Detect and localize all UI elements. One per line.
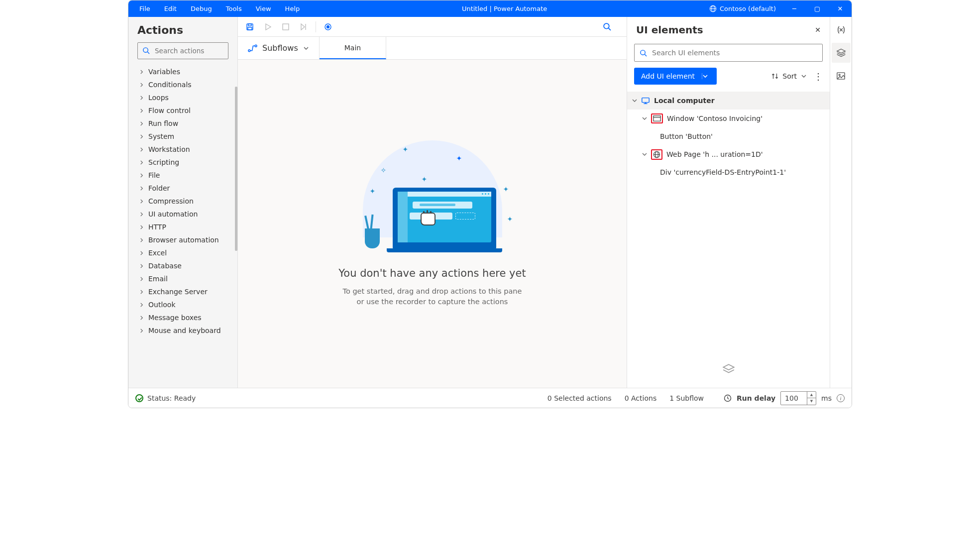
actions-category[interactable]: Flow control: [130, 104, 237, 117]
rail-ui-elements[interactable]: [832, 43, 851, 63]
actions-category[interactable]: Excel: [130, 246, 237, 259]
tab-main[interactable]: Main: [320, 37, 386, 59]
chevron-right-icon: [139, 147, 145, 152]
spinner-down[interactable]: ▼: [807, 398, 816, 405]
run-button[interactable]: [260, 19, 276, 35]
ui-elements-panel: UI elements ✕ Add UI element: [627, 17, 830, 388]
more-button[interactable]: ⋮: [814, 71, 823, 82]
actions-category-label: Workstation: [148, 145, 190, 153]
chevron-down-icon: [642, 152, 650, 157]
ui-elements-search-input[interactable]: [652, 49, 822, 57]
actions-category[interactable]: Folder: [130, 182, 237, 195]
actions-category-label: Conditionals: [148, 81, 192, 89]
sort-dropdown[interactable]: Sort: [771, 72, 807, 80]
actions-search[interactable]: [137, 42, 228, 59]
chevron-right-icon: [139, 134, 145, 139]
menu-help[interactable]: Help: [278, 2, 307, 15]
actions-category-label: Mouse and keyboard: [148, 327, 221, 334]
actions-category[interactable]: Mouse and keyboard: [130, 324, 237, 337]
rail-images[interactable]: [832, 66, 851, 86]
actions-tree: VariablesConditionalsLoopsFlow controlRu…: [128, 65, 237, 388]
search-icon: [142, 47, 150, 54]
actions-category[interactable]: Variables: [130, 65, 237, 78]
menu-tools[interactable]: Tools: [219, 2, 249, 15]
main-area: Subflows Main ✦✦✧ ✦✦✦✦: [238, 17, 627, 388]
tenant-selector[interactable]: Contoso (default): [702, 5, 783, 12]
layers-icon[interactable]: [627, 358, 830, 388]
chevron-right-icon: [139, 186, 145, 191]
actions-category[interactable]: HTTP: [130, 221, 237, 233]
svg-line-4: [147, 52, 149, 54]
record-button[interactable]: [320, 19, 336, 35]
actions-category[interactable]: Workstation: [130, 143, 237, 156]
actions-category[interactable]: System: [130, 130, 237, 143]
tree-root-local-computer[interactable]: Local computer: [627, 92, 830, 110]
chevron-right-icon: [139, 83, 145, 87]
window-icon: [651, 113, 663, 123]
scrollbar[interactable]: [235, 87, 237, 251]
actions-category-label: Run flow: [148, 119, 178, 127]
add-ui-element-button[interactable]: Add UI element: [634, 68, 717, 85]
menu-view[interactable]: View: [249, 2, 278, 15]
svg-rect-23: [653, 116, 660, 121]
svg-point-3: [143, 48, 148, 52]
actions-category[interactable]: Loops: [130, 91, 237, 104]
svg-point-14: [604, 23, 609, 29]
actions-category[interactable]: File: [130, 169, 237, 182]
menu-edit[interactable]: Edit: [157, 2, 184, 15]
step-button[interactable]: [296, 19, 312, 35]
spinner-up[interactable]: ▲: [807, 392, 816, 399]
actions-category[interactable]: Message boxes: [130, 311, 237, 324]
chevron-down-icon[interactable]: [702, 73, 717, 79]
tree-item-div[interactable]: Div 'currencyField-DS-EntryPoint1-1': [627, 163, 830, 181]
actions-panel: Actions VariablesConditionalsLoopsFlow c…: [128, 17, 238, 388]
close-panel-button[interactable]: ✕: [815, 26, 821, 34]
info-icon[interactable]: i: [837, 394, 845, 402]
chevron-right-icon: [139, 277, 145, 281]
minimize-button[interactable]: ─: [783, 0, 806, 17]
actions-category-label: UI automation: [148, 210, 198, 218]
actions-category-label: Flow control: [148, 107, 191, 114]
designer-canvas[interactable]: ✦✦✧ ✦✦✦✦ You don': [238, 60, 627, 388]
right-rail: [830, 17, 852, 388]
tree-item-window-contoso[interactable]: Window 'Contoso Invoicing': [627, 110, 830, 127]
actions-category[interactable]: Email: [130, 272, 237, 285]
stop-button[interactable]: [278, 19, 294, 35]
tree-item-button[interactable]: Button 'Button': [627, 127, 830, 145]
menu-file[interactable]: File: [132, 2, 157, 15]
actions-category[interactable]: Run flow: [130, 117, 237, 130]
actions-category[interactable]: Outlook: [130, 298, 237, 311]
ui-elements-search[interactable]: [634, 44, 823, 62]
actions-category[interactable]: Database: [130, 259, 237, 272]
chevron-right-icon: [139, 329, 145, 333]
actions-category[interactable]: UI automation: [130, 208, 237, 221]
globe-icon: [709, 5, 717, 12]
flow-search-button[interactable]: [603, 22, 623, 31]
chevron-right-icon: [139, 225, 145, 229]
actions-category-label: Exchange Server: [148, 288, 208, 296]
chevron-right-icon: [139, 264, 145, 268]
actions-search-input[interactable]: [137, 42, 228, 59]
actions-category[interactable]: Compression: [130, 195, 237, 208]
rail-variables[interactable]: [832, 20, 851, 40]
window-title: Untitled | Power Automate: [307, 5, 702, 12]
run-delay-input[interactable]: 100 ▲ ▼: [780, 391, 816, 405]
actions-category[interactable]: Browser automation: [130, 233, 237, 246]
actions-heading: Actions: [128, 17, 237, 42]
ui-elements-heading: UI elements: [636, 24, 815, 36]
svg-point-18: [641, 50, 645, 54]
menu-debug[interactable]: Debug: [184, 2, 219, 15]
close-button[interactable]: ✕: [829, 0, 852, 17]
status-selected-actions: 0 Selected actions: [547, 394, 612, 402]
subflow-tabs: Subflows Main: [238, 37, 627, 60]
tree-item-webpage[interactable]: Web Page 'h ... uration=1D': [627, 145, 830, 163]
save-button[interactable]: [242, 19, 258, 35]
run-delay-unit: ms: [821, 394, 832, 402]
actions-category[interactable]: Conditionals: [130, 78, 237, 91]
subflows-dropdown[interactable]: Subflows: [238, 37, 320, 59]
actions-category[interactable]: Exchange Server: [130, 285, 237, 298]
maximize-button[interactable]: ▢: [806, 0, 829, 17]
status-actions-count: 0 Actions: [625, 394, 657, 402]
actions-category[interactable]: Scripting: [130, 156, 237, 169]
title-bar: File Edit Debug Tools View Help Untitled…: [128, 0, 852, 17]
